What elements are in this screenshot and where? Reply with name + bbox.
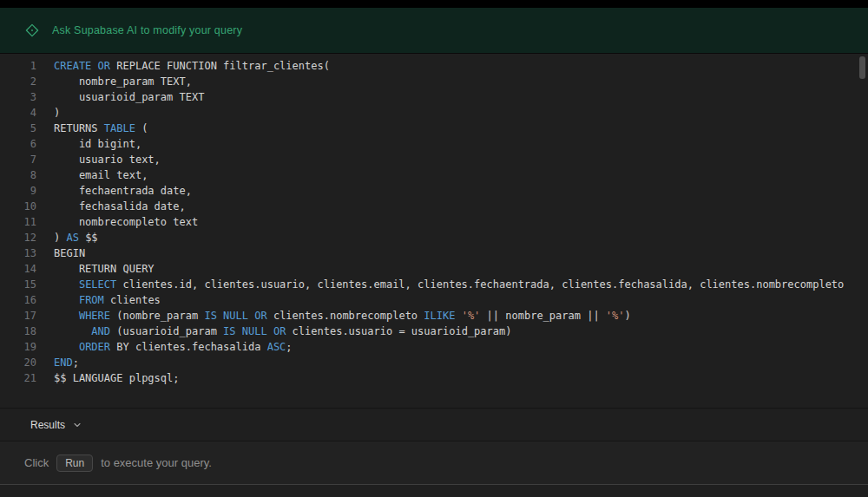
line-number: 2 [0, 74, 36, 89]
code-line[interactable]: 3 usuarioid_param TEXT [0, 89, 868, 105]
scrollbar-thumb[interactable] [859, 56, 865, 79]
bottom-panel-edge [0, 484, 868, 497]
code-line[interactable]: 11 nombrecompleto text [0, 214, 868, 230]
ai-assistant-banner[interactable]: Ask Supabase AI to modify your query [0, 8, 868, 54]
line-number: 7 [0, 152, 36, 167]
run-key-hint: Run [56, 454, 93, 472]
footer-hint: Click Run to execute your query. [0, 441, 868, 484]
line-number: 13 [0, 245, 36, 261]
code-line[interactable]: 5RETURNS TABLE ( [0, 121, 868, 136]
line-number: 8 [0, 167, 36, 183]
line-number: 19 [0, 339, 36, 355]
line-number: 3 [0, 89, 36, 105]
results-label: Results [30, 419, 65, 431]
code-line[interactable]: 10 fechasalida date, [0, 199, 868, 214]
sql-editor[interactable]: 1CREATE OR REPLACE FUNCTION filtrar_clie… [0, 54, 868, 408]
code-text: FROM clientes [36, 292, 161, 308]
code-text: ) AS $$ [36, 230, 98, 245]
code-line[interactable]: 17 WHERE (nombre_param IS NULL OR client… [0, 308, 868, 324]
code-text: id bigint, [36, 136, 141, 152]
code-text: WHERE (nombre_param IS NULL OR clientes.… [36, 308, 631, 324]
hint-prefix: Click [24, 456, 49, 469]
top-black-strip [0, 0, 868, 8]
line-number: 9 [0, 183, 36, 199]
code-text: fechasalida date, [36, 199, 186, 214]
code-text: END; [36, 355, 79, 370]
code-line[interactable]: 18 AND (usuarioid_param IS NULL OR clien… [0, 324, 868, 339]
code-text: AND (usuarioid_param IS NULL OR clientes… [36, 324, 511, 339]
line-number: 17 [0, 308, 36, 324]
line-number: 5 [0, 121, 36, 136]
code-text: $$ LANGUAGE plpgsql; [36, 370, 180, 386]
code-text: SELECT clientes.id, clientes.usuario, cl… [36, 277, 844, 292]
code-line[interactable]: 13BEGIN [0, 245, 868, 261]
code-line[interactable]: 9 fechaentrada date, [0, 183, 868, 199]
code-text: usuarioid_param TEXT [36, 89, 204, 105]
code-line[interactable]: 20END; [0, 355, 868, 370]
code-line[interactable]: 1CREATE OR REPLACE FUNCTION filtrar_clie… [0, 58, 868, 74]
code-text: nombrecompleto text [36, 214, 198, 230]
hint-suffix: to execute your query. [101, 456, 212, 469]
code-line[interactable]: 12) AS $$ [0, 230, 868, 245]
code-text: email text, [36, 167, 148, 183]
code-line[interactable]: 7 usuario text, [0, 152, 868, 167]
line-number: 16 [0, 292, 36, 308]
code-text: BEGIN [36, 245, 85, 261]
line-number: 12 [0, 230, 36, 245]
line-number: 21 [0, 370, 36, 386]
code-text: RETURN QUERY [36, 261, 155, 277]
ai-banner-label: Ask Supabase AI to modify your query [52, 24, 242, 36]
code-text: RETURNS TABLE ( [36, 121, 148, 136]
supabase-ai-icon [24, 23, 40, 38]
code-line[interactable]: 16 FROM clientes [0, 292, 868, 308]
code-text: ORDER BY clientes.fechasalida ASC; [36, 339, 293, 355]
code-line[interactable]: 19 ORDER BY clientes.fechasalida ASC; [0, 339, 868, 355]
line-number: 14 [0, 261, 36, 277]
code-text: ) [36, 105, 60, 121]
line-number: 10 [0, 199, 36, 214]
line-number: 11 [0, 214, 36, 230]
line-number: 6 [0, 136, 36, 152]
code-text: CREATE OR REPLACE FUNCTION filtrar_clien… [36, 58, 330, 74]
code-line[interactable]: 15 SELECT clientes.id, clientes.usuario,… [0, 277, 868, 292]
code-text: usuario text, [36, 152, 161, 167]
code-line[interactable]: 4) [0, 105, 868, 121]
code-line[interactable]: 2 nombre_param TEXT, [0, 74, 868, 89]
chevron-down-icon [72, 420, 82, 430]
code-line[interactable]: 21$$ LANGUAGE plpgsql; [0, 370, 868, 386]
code-text: fechaentrada date, [36, 183, 192, 199]
line-number: 1 [0, 58, 36, 74]
line-number: 18 [0, 324, 36, 339]
code-line[interactable]: 8 email text, [0, 167, 868, 183]
line-number: 15 [0, 277, 36, 292]
code-lines: 1CREATE OR REPLACE FUNCTION filtrar_clie… [0, 58, 868, 386]
line-number: 20 [0, 355, 36, 370]
code-text: nombre_param TEXT, [36, 74, 192, 89]
code-line[interactable]: 14 RETURN QUERY [0, 261, 868, 277]
code-line[interactable]: 6 id bigint, [0, 136, 868, 152]
line-number: 4 [0, 105, 36, 121]
results-toggle[interactable]: Results [0, 408, 868, 441]
